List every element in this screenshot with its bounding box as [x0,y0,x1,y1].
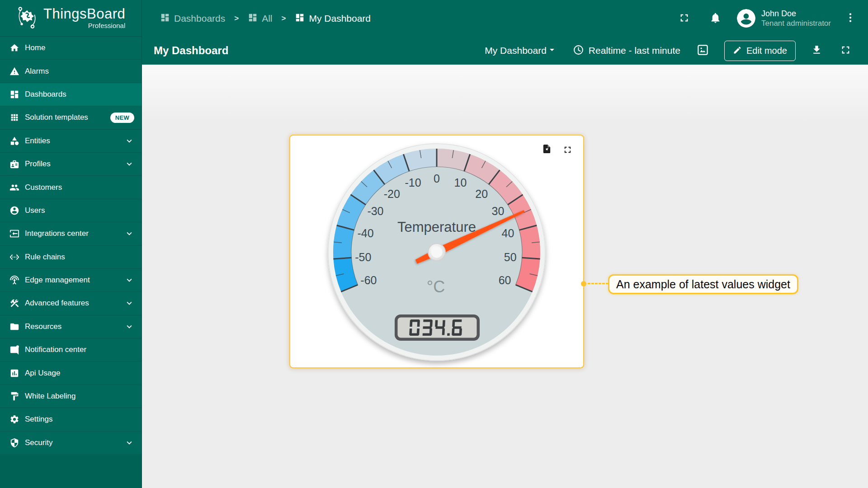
sidebar-item-label: Rule chains [25,253,65,262]
dashboard-state-select[interactable]: My Dashboard [485,44,557,57]
sidebar-item-label: White Labeling [25,392,75,401]
sidebar-item-profiles[interactable]: Profiles [0,153,142,176]
download-button[interactable] [811,44,822,57]
breadcrumb-item-dashboards[interactable]: Dashboards [160,13,225,24]
sidebar-item-white-labeling[interactable]: White Labeling [0,385,142,408]
breadcrumb-label: All [262,13,272,24]
sidebar-item-settings[interactable]: Settings [0,408,142,431]
sidebar-item-home[interactable]: Home [0,37,142,60]
annotation-anchor-dot [581,281,586,286]
settings-ethernet-icon [9,252,20,263]
notifications-button[interactable] [709,12,722,25]
dashboard-icon [160,13,170,24]
dashboard-toolbar-actions: My Dashboard Realtime - last minute Edit… [485,41,852,61]
gauge-units: °C [427,277,445,296]
shield-icon [9,437,20,448]
dashboard-toolbar: My Dashboard My Dashboard Realtime - las… [142,37,868,65]
people-icon [9,182,20,193]
clock-icon [573,44,584,57]
sidebar-item-edge-management[interactable]: Edge management [0,269,142,292]
sidebar-item-api-usage[interactable]: Api Usage [0,361,142,385]
construction-icon [9,298,20,309]
gauge-tick-label: 20 [475,188,488,200]
home-icon [9,42,20,53]
sidebar-item-label: Entities [25,136,50,145]
chevron-down-icon [124,275,134,285]
app-logo[interactable]: ThingsBoard Professional [0,0,142,37]
widget-fullscreen-button[interactable] [562,145,573,156]
antenna-icon [9,275,20,286]
timewindow-button[interactable]: Realtime - last minute [573,44,680,57]
chevron-down-icon [124,438,134,448]
user-info[interactable]: John Doe Tenant administrator [761,9,831,28]
folder-icon [9,321,20,332]
gauge-tick-label: 40 [502,227,514,239]
app-edition: Professional [43,22,125,29]
dashboard-image-button[interactable] [697,44,709,57]
new-badge: NEW [110,113,134,123]
sidebar-item-label: Edge management [25,276,90,285]
account-circle-icon [9,205,20,216]
header-actions: John Doe Tenant administrator [678,9,856,28]
sidebar-item-label: Security [25,438,52,447]
gauge-tick-label: -20 [384,188,400,200]
sidebar-item-notification-center[interactable]: Notification center [0,338,142,361]
top-header: Dashboards>All>My Dashboard John Doe Ten… [142,0,868,37]
dashboard-icon [9,89,20,100]
fullscreen-icon [840,44,852,57]
sidebar-item-label: Advanced features [25,299,89,308]
edit-mode-button[interactable]: Edit mode [724,41,796,61]
dashboard-icon [248,13,258,24]
sidebar-item-users[interactable]: Users [0,199,142,222]
file-export-icon [542,149,552,155]
gauge-tick-label: -10 [405,176,421,189]
sidebar-item-entities[interactable]: Entities [0,130,142,153]
breadcrumb-item-all[interactable]: All [248,13,272,24]
fullscreen-button[interactable] [678,12,690,25]
breadcrumb-item-my-dashboard[interactable]: My Dashboard [295,13,371,24]
download-icon [811,44,822,57]
app-name: ThingsBoard [43,7,125,21]
sidebar-item-rule-chains[interactable]: Rule chains [0,246,142,269]
sidebar-item-label: Settings [25,415,52,424]
breadcrumb-label: Dashboards [174,13,225,24]
annotation-callout: An example of latest values widget [608,274,798,294]
edit-mode-label: Edit mode [746,46,787,56]
sidebar-item-alarms[interactable]: Alarms [0,60,142,83]
sidebar-item-dashboards[interactable]: Dashboards [0,83,142,106]
avatar[interactable] [737,9,755,28]
sidebar-item-label: Resources [25,322,61,331]
annotation-connector-line [588,283,609,284]
thingsboard-logo-icon [15,5,39,31]
sidebar-item-resources[interactable]: Resources [0,315,142,338]
gear-icon [9,414,20,425]
toolbar-fullscreen-button[interactable] [840,44,852,57]
sidebar-item-integrations-center[interactable]: Integrations center [0,222,142,245]
sidebar-item-label: Users [25,206,45,215]
widget-export-button[interactable] [542,144,552,155]
gauge-tick-label: 30 [492,205,505,217]
breadcrumb-separator: > [282,14,286,23]
sidebar-item-label: Integrations center [25,229,89,238]
more-menu-button[interactable] [844,12,856,25]
sidebar-item-label: Customers [25,183,62,192]
breadcrumb: Dashboards>All>My Dashboard [160,13,371,24]
sidebar-item-label: Solution templates [25,113,88,122]
dashboard-canvas: -60-50-40-30-20-100102030405060Temperatu… [142,65,868,488]
chevron-down-icon [124,159,134,169]
apps-icon [9,112,20,123]
gauge-title: Temperature [397,219,476,235]
sidebar-item-solution-templates[interactable]: Solution templatesNEW [0,106,142,129]
gauge-tick-label: -60 [360,274,377,286]
fullscreen-icon [678,12,690,25]
chevron-down-icon [124,322,134,332]
sidebar-item-security[interactable]: Security [0,432,142,455]
dashboard-icon [295,13,305,24]
sidebar-item-label: Alarms [25,67,49,76]
breadcrumb-separator: > [234,14,239,23]
sidebar-item-customers[interactable]: Customers [0,176,142,199]
user-name: John Doe [761,9,831,19]
gauge-tick-label: 0 [434,172,440,185]
sidebar-item-label: Api Usage [25,369,60,378]
sidebar-item-advanced-features[interactable]: Advanced features [0,292,142,315]
